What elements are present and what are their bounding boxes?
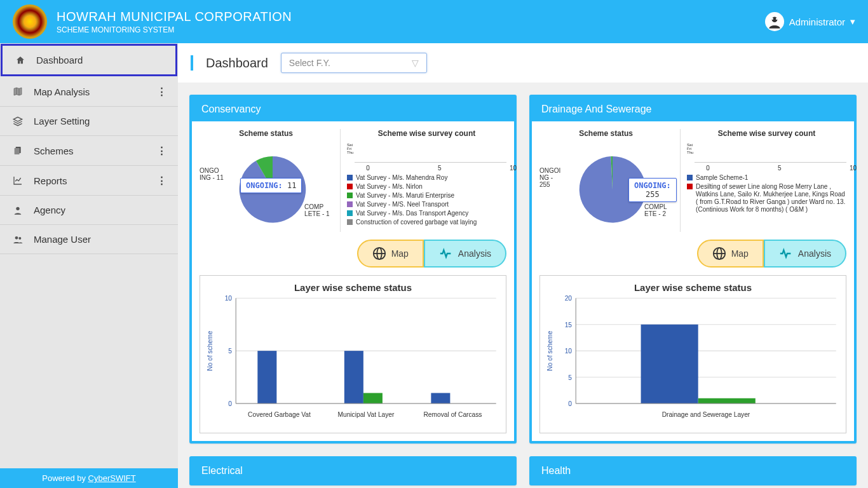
svg-text:5: 5 [228, 348, 232, 355]
svg-text:15: 15 [565, 322, 573, 329]
more-icon[interactable]: ⋮ [157, 86, 166, 97]
svg-text:No of scheme: No of scheme [546, 330, 553, 370]
sidebar-item-reports[interactable]: Reports ⋮ [0, 166, 178, 196]
page-header: Dashboard Select F.Y. ▽ [178, 43, 868, 83]
dashboard-grid: Conservancy Scheme status ONGO ING - 11 … [178, 83, 868, 488]
sidebar-item-label: Schemes [34, 146, 74, 156]
panel-conservancy: Conservancy Scheme status ONGO ING - 11 … [189, 95, 517, 444]
legend-swatch [347, 184, 353, 189]
svg-text:No of scheme: No of scheme [207, 330, 214, 370]
legend-swatch [347, 175, 353, 180]
page-title: Dashboard [206, 56, 268, 71]
legend-swatch [347, 219, 353, 225]
users-icon [11, 234, 24, 245]
sidebar-item-layer-setting[interactable]: Layer Setting [0, 107, 178, 136]
sidebar-item-map-analysis[interactable]: Map Analysis ⋮ [0, 77, 178, 107]
org-logo [13, 4, 47, 39]
svg-point-7 [15, 236, 18, 240]
svg-point-6 [16, 207, 19, 210]
legend-swatch [347, 193, 353, 198]
user-icon [11, 205, 24, 215]
pie-chart: Scheme status ONGOI NG - 255 COMPL ETE -… [539, 129, 672, 232]
svg-text:Drainage and Sewerage Layer: Drainage and Sewerage Layer [662, 411, 750, 418]
more-icon[interactable]: ⋮ [157, 145, 166, 156]
pulse-icon [779, 247, 793, 261]
svg-text:5: 5 [568, 374, 572, 381]
org-subtitle: SCHEME MONITORING SYSTEM [57, 25, 292, 34]
legend-item: Desilting of sewer Line along Rose Merry… [687, 183, 846, 214]
panel-header: Electrical [192, 459, 514, 483]
svg-point-8 [18, 237, 21, 240]
panel-header: Drainage And Sewerage [532, 97, 854, 121]
sidebar-item-schemes[interactable]: Schemes ⋮ [0, 136, 178, 166]
map-button[interactable]: Map [357, 240, 424, 268]
footer-link[interactable]: CyberSWIFT [88, 473, 136, 483]
legend-swatch [687, 184, 693, 189]
legend-swatch [687, 175, 693, 180]
app-header: HOWRAH MUNICIPAL CORPORATION SCHEME MONI… [0, 0, 868, 43]
legend-item: Vat Survey - M/S. Neel Transport [347, 201, 506, 208]
svg-rect-5 [15, 148, 20, 154]
sidebar-item-dashboard[interactable]: Dashboard [1, 44, 177, 76]
mini-axis: SatFriThu 0510 [687, 143, 846, 172]
svg-rect-24 [431, 393, 450, 403]
pie-tooltip: ONGOING: 255 [628, 178, 677, 202]
fy-select[interactable]: Select F.Y. ▽ [281, 53, 427, 73]
caret-down-icon: ▾ [850, 16, 855, 27]
layers-icon [11, 116, 24, 126]
sidebar: Dashboard Map Analysis ⋮ Layer Setting S… [0, 43, 178, 488]
sidebar-footer: Powered by CyberSWIFT [0, 468, 178, 488]
home-icon [14, 55, 27, 65]
legend-item: Vat Survey - M/s. Mahendra Roy [347, 174, 506, 182]
pie-chart: Scheme status ONGO ING - 11 COMP LETE - … [200, 129, 332, 232]
legend-swatch [347, 210, 353, 216]
svg-rect-22 [363, 393, 383, 403]
sidebar-item-label: Agency [34, 205, 65, 215]
svg-text:Removal of Carcass: Removal of Carcass [423, 411, 482, 418]
user-menu[interactable]: Administrator ▾ [765, 12, 855, 31]
sidebar-item-label: Dashboard [36, 55, 83, 65]
svg-text:Municipal Vat Layer: Municipal Vat Layer [337, 411, 395, 418]
sidebar-item-label: Manage User [34, 234, 91, 245]
svg-point-2 [771, 18, 773, 20]
legend-item: Vat Survey - M/s. Maruti Enterprise [347, 192, 506, 200]
panel-header: Conservancy [192, 97, 514, 121]
survey-list: Scheme wise survey count SatFriThu 0510 … [340, 129, 506, 232]
legend-item: Sample Scheme-1 [687, 174, 846, 182]
panel-health: Health [529, 456, 857, 485]
legend-item: Construction of covered garbage vat layi… [347, 219, 506, 226]
panel-drainage-and-sewerage: Drainage And Sewerage Scheme status ONGO… [529, 95, 857, 444]
svg-text:0: 0 [568, 400, 572, 407]
copy-icon [11, 146, 24, 156]
panel-electrical: Electrical [189, 456, 517, 485]
bar-chart: Layer wise scheme status 05101520No of s… [539, 275, 846, 433]
svg-rect-21 [344, 351, 363, 403]
analysis-button[interactable]: Analysis [764, 240, 846, 268]
bar-chart: Layer wise scheme status 0510No of schem… [200, 275, 506, 433]
panel-header: Health [532, 459, 854, 483]
user-label: Administrator [789, 17, 845, 27]
legend-item: Vat Survey - M/s. Das Transport Agency [347, 210, 506, 217]
more-icon[interactable]: ⋮ [157, 175, 166, 186]
mini-axis: SatFriThu 0510 [347, 143, 506, 172]
content-area: Dashboard Select F.Y. ▽ Conservancy Sche… [178, 43, 868, 488]
svg-rect-19 [257, 351, 276, 403]
map-icon [11, 86, 24, 97]
globe-icon [372, 247, 386, 261]
org-title: HOWRAH MUNICIPAL CORPORATION [57, 10, 292, 24]
pie-tooltip: ONGOING: 11 [240, 178, 302, 193]
analysis-button[interactable]: Analysis [424, 240, 506, 268]
legend-swatch [347, 201, 353, 207]
sidebar-item-label: Layer Setting [34, 116, 90, 126]
survey-list: Scheme wise survey count SatFriThu 0510 … [680, 129, 846, 232]
globe-icon [712, 247, 726, 261]
svg-text:Covered Garbage Vat: Covered Garbage Vat [248, 411, 311, 418]
svg-point-3 [776, 18, 778, 20]
svg-text:10: 10 [565, 348, 573, 355]
chart-icon [11, 175, 24, 186]
sidebar-item-label: Reports [34, 175, 67, 186]
avatar [765, 12, 784, 31]
sidebar-item-agency[interactable]: Agency [0, 196, 178, 225]
map-button[interactable]: Map [697, 240, 764, 268]
sidebar-item-manage-user[interactable]: Manage User [0, 225, 178, 254]
